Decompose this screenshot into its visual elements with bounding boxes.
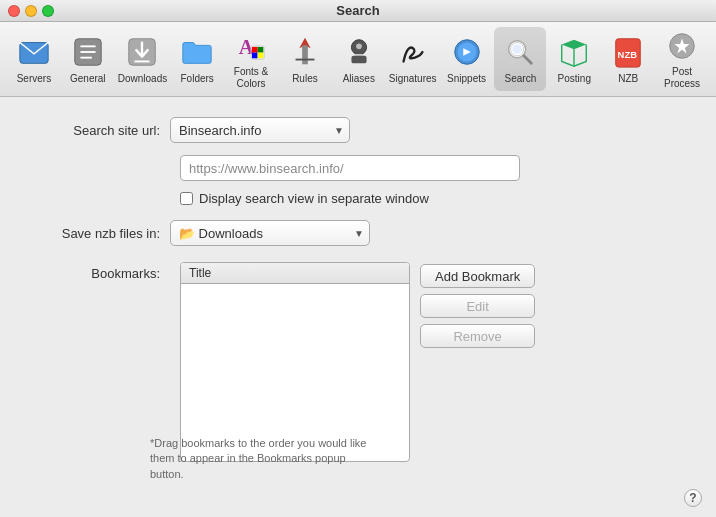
posting-label: Posting	[558, 73, 591, 85]
post-process-icon	[664, 29, 700, 63]
svg-rect-11	[252, 52, 258, 58]
general-icon	[70, 34, 106, 70]
drag-hint: *Drag bookmarks to the order you would l…	[150, 436, 380, 482]
svg-rect-12	[258, 52, 264, 58]
help-button[interactable]: ?	[684, 489, 702, 507]
bookmarks-row: Bookmarks: Title Add Bookmark Edit Remov…	[30, 262, 686, 462]
traffic-lights	[8, 5, 54, 17]
url-row	[180, 155, 686, 181]
aliases-label: Aliases	[343, 73, 375, 85]
titlebar: Search	[0, 0, 716, 22]
servers-label: Servers	[17, 73, 51, 85]
downloads-label: Downloads	[118, 73, 167, 85]
toolbar-item-posting[interactable]: Posting	[548, 27, 600, 91]
rules-icon	[287, 34, 323, 70]
search-site-label: Search site url:	[30, 123, 170, 138]
bookmarks-table: Title	[180, 262, 410, 462]
aliases-icon	[341, 34, 377, 70]
add-bookmark-button[interactable]: Add Bookmark	[420, 264, 535, 288]
toolbar-item-search[interactable]: Search	[494, 27, 546, 91]
toolbar: Servers General Downloads	[0, 22, 716, 97]
toolbar-item-aliases[interactable]: Aliases	[333, 27, 385, 91]
downloads-icon	[124, 34, 160, 70]
posting-icon	[556, 34, 592, 70]
svg-point-23	[513, 44, 522, 53]
folders-label: Folders	[180, 73, 213, 85]
toolbar-item-general[interactable]: General	[62, 27, 114, 91]
bookmarks-body[interactable]	[181, 284, 409, 458]
bookmarks-label: Bookmarks:	[30, 262, 170, 281]
toolbar-item-servers[interactable]: Servers	[8, 27, 60, 91]
bookmarks-buttons: Add Bookmark Edit Remove	[420, 262, 535, 348]
nzb-label: NZB	[618, 73, 638, 85]
svg-rect-18	[351, 55, 366, 63]
save-nzb-select-wrapper: 📂 Downloads 📂 Desktop 📂 Documents ▼	[170, 220, 370, 246]
save-nzb-row: Save nzb files in: 📂 Downloads 📂 Desktop…	[30, 220, 686, 246]
general-label: General	[70, 73, 106, 85]
checkbox-row: Display search view in separate window	[180, 191, 686, 206]
signatures-icon	[395, 34, 431, 70]
separate-window-checkbox[interactable]	[180, 192, 193, 205]
svg-line-24	[524, 55, 532, 63]
toolbar-item-rules[interactable]: Rules	[279, 27, 331, 91]
svg-rect-10	[258, 46, 264, 52]
maximize-button[interactable]	[42, 5, 54, 17]
svg-rect-17	[355, 53, 363, 55]
svg-rect-9	[252, 46, 258, 52]
main-content: Search site url: Binsearch.info NZBIndex…	[0, 97, 716, 517]
search-label: Search	[505, 73, 537, 85]
toolbar-item-fonts-colors[interactable]: A Fonts & Colors	[225, 27, 277, 91]
nzb-icon: NZB	[610, 34, 646, 70]
search-site-select[interactable]: Binsearch.info NZBIndex NZBKing	[170, 117, 350, 143]
svg-point-16	[356, 43, 362, 49]
folders-icon	[179, 34, 215, 70]
fonts-icon: A	[233, 29, 269, 63]
toolbar-item-post-process[interactable]: Post Process	[656, 27, 708, 91]
fonts-colors-label: Fonts & Colors	[227, 66, 275, 90]
snippets-icon	[449, 34, 485, 70]
search-site-select-wrapper: Binsearch.info NZBIndex NZBKing ▼	[170, 117, 350, 143]
minimize-button[interactable]	[25, 5, 37, 17]
checkbox-label: Display search view in separate window	[199, 191, 429, 206]
search-icon	[502, 34, 538, 70]
save-nzb-label: Save nzb files in:	[30, 226, 170, 241]
search-site-row: Search site url: Binsearch.info NZBIndex…	[30, 117, 686, 143]
toolbar-item-folders[interactable]: Folders	[171, 27, 223, 91]
window-title: Search	[336, 3, 379, 18]
envelope-icon	[16, 34, 52, 70]
svg-rect-13	[302, 45, 308, 64]
close-button[interactable]	[8, 5, 20, 17]
remove-button[interactable]: Remove	[420, 324, 535, 348]
edit-button[interactable]: Edit	[420, 294, 535, 318]
toolbar-item-signatures[interactable]: Signatures	[387, 27, 439, 91]
svg-text:NZB: NZB	[618, 48, 638, 59]
toolbar-item-downloads[interactable]: Downloads	[116, 27, 169, 91]
snippets-label: Snippets	[447, 73, 486, 85]
toolbar-item-snippets[interactable]: Snippets	[441, 27, 493, 91]
rules-label: Rules	[292, 73, 318, 85]
signatures-label: Signatures	[389, 73, 437, 85]
bookmarks-column-header: Title	[181, 263, 409, 284]
post-process-label: Post Process	[658, 66, 706, 90]
toolbar-item-nzb[interactable]: NZB NZB	[602, 27, 654, 91]
url-input[interactable]	[180, 155, 520, 181]
save-nzb-select[interactable]: 📂 Downloads 📂 Desktop 📂 Documents	[170, 220, 370, 246]
